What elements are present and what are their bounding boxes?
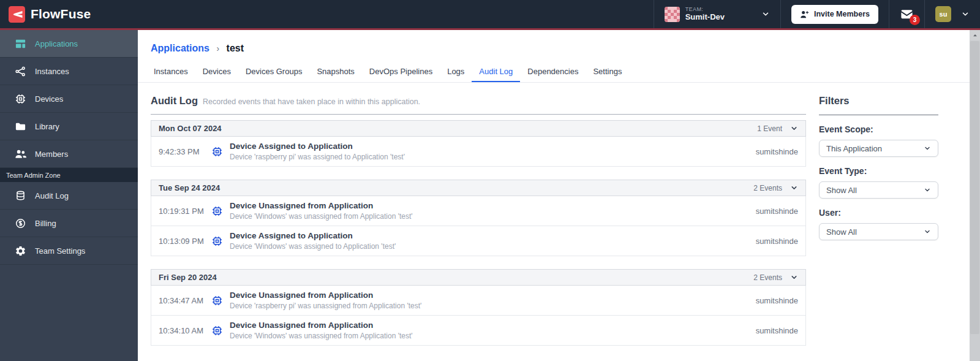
- notification-badge: 3: [910, 15, 920, 25]
- scrollbar-thumb[interactable]: [970, 41, 979, 334]
- tab-devices-groups[interactable]: Devices Groups: [238, 61, 309, 82]
- event-title: Device Unassigned from Application: [230, 321, 413, 330]
- library-icon: [15, 121, 26, 132]
- event-type-value: Show All: [826, 186, 857, 195]
- sidebar-item-devices[interactable]: Devices: [0, 85, 138, 113]
- user-avatar[interactable]: su: [935, 6, 951, 22]
- brand-name: FlowFuse: [31, 7, 91, 21]
- group-date: Fri Sep 20 2024: [159, 273, 217, 282]
- tab-dependencies[interactable]: Dependencies: [520, 61, 586, 82]
- audit-group-header[interactable]: Fri Sep 20 20242 Events: [151, 269, 806, 286]
- event-user: sumitshinde: [756, 147, 798, 156]
- tab-instances[interactable]: Instances: [146, 61, 195, 82]
- filters-title: Filters: [819, 95, 938, 107]
- audit-group: Tue Sep 24 20242 Events10:19:31 PMDevice…: [151, 180, 806, 256]
- tab-devops-pipelines[interactable]: DevOps Pipelines: [362, 61, 440, 82]
- device-chip-icon: [211, 146, 223, 158]
- audit-group: Fri Sep 20 20242 Events10:34:47 AMDevice…: [151, 269, 806, 346]
- filters-divider: [819, 115, 938, 115]
- flowfuse-logo-icon: [9, 6, 25, 23]
- user-value: Show All: [826, 227, 857, 237]
- event-type-select[interactable]: Show All: [819, 181, 938, 199]
- event-title: Device Unassigned from Application: [230, 201, 413, 210]
- audit-event-row: 10:34:10 AMDevice Unassigned from Applic…: [151, 316, 806, 346]
- flowfuse-logo[interactable]: FlowFuse: [9, 6, 91, 23]
- sidebar-item-team-settings[interactable]: Team Settings: [0, 237, 138, 265]
- audit-event-row: 9:42:33 PMDevice Assigned to Application…: [151, 137, 806, 167]
- event-description: Device 'raspberry pi' was assigned to Ap…: [230, 153, 405, 161]
- top-bar: FlowFuse: [0, 0, 980, 30]
- audit-event-row: 10:19:31 PMDevice Unassigned from Applic…: [151, 196, 806, 226]
- device-chip-icon: [211, 235, 223, 247]
- breadcrumb-current: test: [227, 43, 244, 53]
- audit-event-row: 10:13:09 PMDevice Assigned to Applicatio…: [151, 226, 806, 256]
- chevron-down-icon: [761, 10, 770, 18]
- sidebar-item-instances[interactable]: Instances: [0, 58, 138, 85]
- chevron-down-icon: [790, 184, 798, 192]
- tab-devices[interactable]: Devices: [195, 61, 238, 82]
- chevron-down-icon: [924, 186, 931, 194]
- tab-audit-log[interactable]: Audit Log: [472, 61, 520, 82]
- event-scope-select[interactable]: This Application: [819, 140, 938, 157]
- scrollbar-up-button[interactable]: [970, 30, 980, 40]
- sidebar: ApplicationsInstancesDevicesLibraryMembe…: [0, 30, 138, 361]
- event-type-label: Event Type:: [819, 166, 938, 176]
- breadcrumb-applications-link[interactable]: Applications: [151, 43, 209, 53]
- event-time: 10:34:47 AM: [159, 296, 211, 305]
- event-time: 10:13:09 PM: [159, 237, 211, 246]
- event-time: 10:19:31 PM: [159, 207, 211, 216]
- audit-group-header[interactable]: Mon Oct 07 20241 Event: [151, 120, 806, 137]
- audit-event-row: 10:34:47 AMDevice Unassigned from Applic…: [151, 286, 806, 316]
- notifications-button[interactable]: 3: [900, 7, 914, 21]
- breadcrumb: Applications › test: [138, 30, 980, 54]
- event-title: Device Assigned to Application: [230, 142, 405, 151]
- event-description: Device 'Windows' was unassigned from App…: [230, 212, 413, 221]
- event-user: sumitshinde: [756, 237, 798, 246]
- sidebar-item-audit-log[interactable]: Audit Log: [0, 182, 138, 210]
- event-scope-value: This Application: [826, 144, 882, 153]
- filters-panel: Filters Event Scope:This ApplicationEven…: [819, 94, 938, 359]
- event-scope-label: Event Scope:: [819, 124, 938, 134]
- tab-logs[interactable]: Logs: [440, 61, 472, 82]
- sidebar-item-label: Devices: [35, 94, 63, 104]
- sidebar-item-label: Team Settings: [35, 246, 85, 256]
- user-select[interactable]: Show All: [819, 223, 938, 240]
- sidebar-item-billing[interactable]: Billing: [0, 210, 138, 237]
- chevron-down-icon: [790, 124, 798, 132]
- group-date: Tue Sep 24 2024: [159, 183, 220, 192]
- user-menu-chevron-icon[interactable]: [961, 10, 970, 18]
- sidebar-item-label: Instances: [35, 67, 69, 76]
- chevron-down-icon: [924, 145, 931, 152]
- team-settings-icon: [15, 245, 26, 257]
- device-chip-icon: [211, 295, 223, 306]
- invite-members-button[interactable]: Invite Members: [791, 5, 878, 24]
- device-chip-icon: [211, 325, 223, 336]
- invite-members-label: Invite Members: [814, 10, 870, 18]
- audit-log-icon: [15, 190, 26, 202]
- page-title: Audit Log: [151, 95, 198, 107]
- sidebar-item-label: Billing: [35, 219, 56, 228]
- event-user: sumitshinde: [756, 326, 798, 335]
- audit-group-header[interactable]: Tue Sep 24 20242 Events: [151, 180, 806, 196]
- group-date: Mon Oct 07 2024: [159, 124, 222, 133]
- team-name: Sumit-Dev: [685, 13, 725, 22]
- tab-settings[interactable]: Settings: [586, 61, 629, 82]
- chevron-down-icon: [924, 228, 931, 235]
- sidebar-item-members[interactable]: Members: [0, 140, 138, 168]
- sidebar-item-label: Members: [35, 150, 68, 159]
- audit-group: Mon Oct 07 20241 Event9:42:33 PMDevice A…: [151, 120, 806, 167]
- tab-snapshots[interactable]: Snapshots: [309, 61, 361, 82]
- user-label: User:: [819, 208, 938, 218]
- event-time: 10:34:10 AM: [159, 326, 211, 335]
- tab-bar: InstancesDevicesDevices GroupsSnapshotsD…: [138, 61, 980, 83]
- vertical-scrollbar[interactable]: [970, 30, 980, 361]
- event-title: Device Assigned to Application: [230, 231, 396, 240]
- event-time: 9:42:33 PM: [159, 147, 211, 156]
- sidebar-item-library[interactable]: Library: [0, 113, 138, 140]
- instances-icon: [15, 66, 26, 77]
- members-icon: [15, 148, 26, 160]
- applications-icon: [15, 38, 26, 50]
- sidebar-item-applications[interactable]: Applications: [0, 30, 138, 58]
- team-selector[interactable]: TEAM: Sumit-Dev: [654, 0, 780, 28]
- team-avatar: [665, 7, 680, 22]
